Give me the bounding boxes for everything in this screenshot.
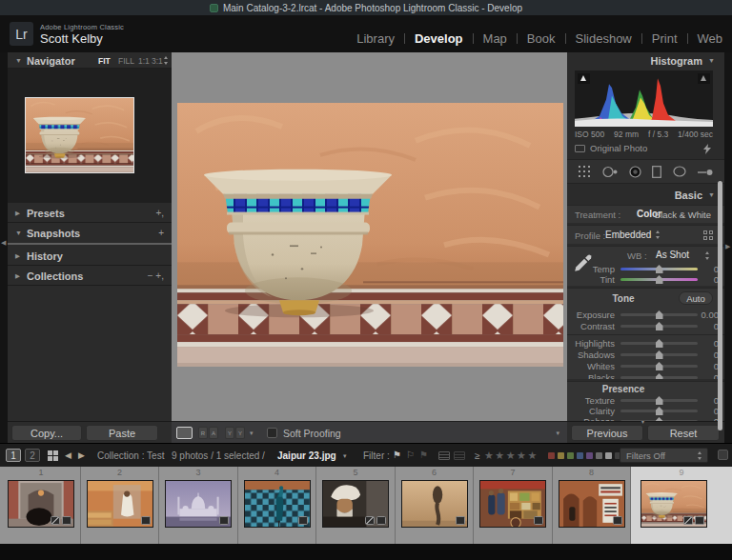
shadows-slider-track[interactable] <box>620 353 698 356</box>
highlights-slider-thumb[interactable] <box>656 339 663 348</box>
navigator-thumbnail[interactable] <box>25 97 134 173</box>
thumbnail-robed-figure[interactable] <box>87 480 153 528</box>
collapse-right-icon[interactable]: ▶ <box>725 243 730 250</box>
thumbnail-pot-archway[interactable] <box>8 480 74 528</box>
module-web[interactable]: Web <box>678 31 723 46</box>
module-print[interactable]: Print <box>632 31 678 46</box>
reference-view-left-icon[interactable]: R <box>198 427 208 439</box>
label-green-swatch[interactable] <box>567 452 574 459</box>
profile-selector-icon[interactable] <box>655 230 661 239</box>
texture-slider-track[interactable] <box>620 399 698 402</box>
selected-filename[interactable]: Jaipur 23.jpg <box>277 450 336 461</box>
spot-removal-tool-icon[interactable] <box>602 166 618 178</box>
copy-button[interactable]: Copy... <box>11 425 82 441</box>
clarity-slider-track[interactable] <box>620 410 698 412</box>
radial-filter-tool-icon[interactable] <box>673 166 686 177</box>
collection-label[interactable]: Collection : Test <box>97 450 164 461</box>
main-photo[interactable] <box>177 103 563 367</box>
filter-toggle-switch[interactable] <box>718 450 728 460</box>
right-panel-scrollbar[interactable] <box>718 181 722 430</box>
edit-filter-alt-icon[interactable] <box>454 451 465 460</box>
filmstrip-cell-1[interactable]: 1 <box>2 467 81 544</box>
shadow-clipping-icon[interactable] <box>578 73 590 84</box>
histogram[interactable] <box>575 70 713 127</box>
label-red-swatch[interactable] <box>548 452 555 459</box>
reset-button[interactable]: Reset <box>647 425 720 441</box>
basic-panel-title[interactable]: Basic <box>675 190 702 201</box>
treatment-bw-option[interactable]: Black & White <box>655 210 711 220</box>
filename-dropdown-icon[interactable]: ▾ <box>343 452 347 460</box>
thumbnail-vendor-cart[interactable] <box>479 480 546 528</box>
right-panel-collapse-strip[interactable]: ▶ <box>724 52 732 443</box>
filmstrip-cell-8[interactable]: 8 <box>553 467 631 544</box>
module-book[interactable]: Book <box>507 31 556 46</box>
profile-value[interactable]: Embedded <box>605 230 651 240</box>
edit-filter-icon[interactable] <box>438 451 450 460</box>
texture-slider-thumb[interactable] <box>656 396 663 405</box>
label-none-swatch[interactable] <box>596 452 602 459</box>
zoom-fill[interactable]: FILL <box>118 56 134 66</box>
panel-history[interactable]: ▶ History <box>8 247 172 266</box>
main-window-button[interactable]: 1 <box>6 449 21 462</box>
rating-operator[interactable]: ≥ <box>475 450 480 461</box>
label-purple-swatch[interactable] <box>586 452 593 459</box>
thumbnail-taj-mahal[interactable] <box>165 480 232 528</box>
filmstrip-cell-3[interactable]: 3 <box>159 467 238 544</box>
histogram-collapse-icon[interactable]: ▼ <box>708 57 715 64</box>
filmstrip-cell-4[interactable]: 4 <box>238 467 316 544</box>
thumbnail-stone-bowl-selected[interactable] <box>640 480 707 528</box>
whites-slider-track[interactable] <box>620 365 698 368</box>
left-panel-collapse-strip[interactable]: ◀ <box>0 52 8 443</box>
thumbnail-cobra[interactable] <box>401 480 468 528</box>
previous-button[interactable]: Previous <box>571 425 643 441</box>
blacks-slider-thumb[interactable] <box>656 373 663 379</box>
blacks-slider-track[interactable] <box>620 376 698 379</box>
paste-button[interactable]: Paste <box>86 425 158 441</box>
shadows-slider-thumb[interactable] <box>656 350 663 359</box>
module-slideshow[interactable]: Slideshow <box>556 31 632 46</box>
snapshots-add-icon[interactable]: + <box>158 228 164 238</box>
previous-photo-icon[interactable]: ◀ <box>65 450 71 460</box>
exposure-slider-thumb[interactable] <box>656 310 663 319</box>
presets-add-icon[interactable]: +, <box>155 208 164 218</box>
highlight-clipping-icon[interactable] <box>698 73 710 84</box>
soft-proofing-checkbox[interactable] <box>267 428 277 438</box>
loupe-view-icon[interactable] <box>176 427 193 439</box>
before-after-left-icon[interactable]: Y <box>225 427 234 439</box>
next-photo-icon[interactable]: ▶ <box>78 450 85 460</box>
panel-snapshots[interactable]: ▼ Snapshots + <box>8 224 172 245</box>
panel-presets[interactable]: ▶ Presets +, <box>8 204 172 223</box>
graduated-filter-tool-icon[interactable] <box>652 166 661 178</box>
exposure-slider-track[interactable] <box>620 313 698 316</box>
zoom-ratio-selector-icon[interactable] <box>163 56 170 65</box>
auto-tone-button[interactable]: Auto <box>679 291 713 305</box>
zoom-ratio[interactable]: 3:1 <box>152 56 163 66</box>
thumbnail-peacock[interactable] <box>244 480 311 528</box>
view-mode-dropdown-icon[interactable]: ▾ <box>250 430 254 437</box>
wb-selector-icon[interactable] <box>704 251 711 260</box>
collections-controls-icon[interactable]: − +, <box>148 270 164 281</box>
flag-pick-icon[interactable]: ⚑ <box>393 450 401 460</box>
before-after-right-icon[interactable]: Y <box>235 427 245 439</box>
flag-unflagged-icon[interactable]: ⚐ <box>406 450 415 460</box>
profile-browser-icon[interactable] <box>703 230 713 240</box>
filmstrip-cell-6[interactable]: 6 <box>396 467 474 544</box>
module-library[interactable]: Library <box>356 31 395 46</box>
crop-tool-icon[interactable] <box>579 166 591 178</box>
collapse-triangle-icon[interactable]: ▼ <box>15 57 22 64</box>
contrast-slider-thumb[interactable] <box>656 322 663 330</box>
star-rating-filter[interactable]: ★★★★★ <box>484 450 539 462</box>
histogram-title[interactable]: Histogram <box>651 55 702 67</box>
toolbar-options-icon[interactable]: ▾ <box>556 430 559 437</box>
grid-view-icon[interactable] <box>48 450 58 461</box>
tint-slider-thumb[interactable] <box>656 275 663 284</box>
panel-collections[interactable]: ▶ Collections − +, <box>8 267 172 286</box>
wb-value[interactable]: As Shot <box>656 250 689 260</box>
navigator-header[interactable]: ▼ Navigator FIT FILL 1:1 3:1 <box>8 52 172 69</box>
thumbnail-turban-man[interactable] <box>322 480 389 528</box>
adjustment-brush-tool-icon[interactable] <box>698 166 713 178</box>
panel-scroll-icon[interactable]: ▾ <box>641 418 644 425</box>
reference-view-right-icon[interactable]: A <box>209 427 218 439</box>
label-blue-swatch[interactable] <box>577 452 583 459</box>
highlights-slider-track[interactable] <box>620 342 698 345</box>
